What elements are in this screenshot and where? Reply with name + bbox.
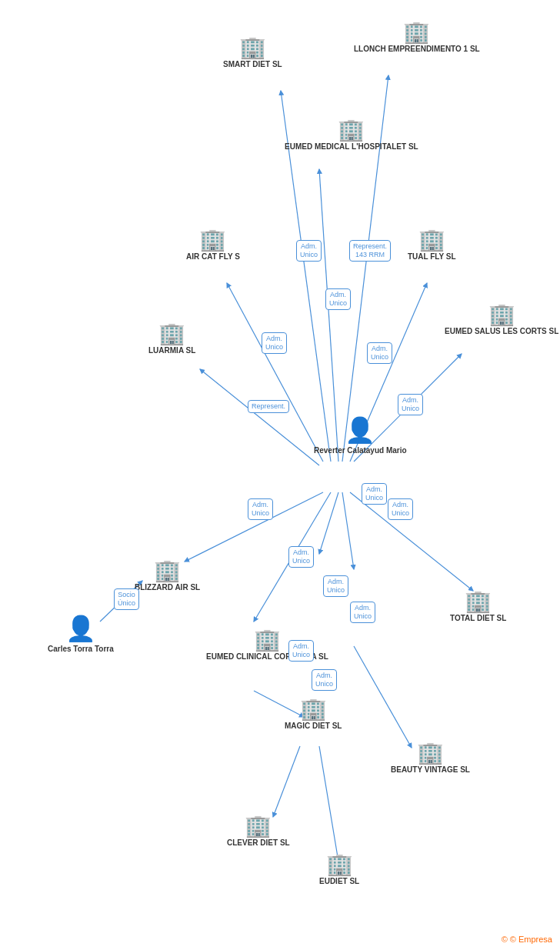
clever-diet-label: CLEVER DIET SL [227, 838, 290, 848]
node-beauty-vintage: 🏢 BEAUTY VINTAGE SL [391, 742, 470, 775]
badge-adm-unico-5: Adm.Unico [398, 394, 423, 415]
carles-label: Carles Torra Torra [48, 645, 114, 654]
badge-represent-143: Represent.143 RRM [349, 240, 391, 262]
building-icon-llonch: 🏢 [403, 22, 430, 43]
node-air-cat: 🏢 AIR CAT FLY S [186, 229, 240, 262]
person-icon-carles: 👤 [65, 614, 96, 643]
badge-adm-unico-9: Adm.Unico [388, 498, 413, 520]
total-diet-label: TOTAL DIET SL [450, 614, 506, 623]
person-icon-reverter: 👤 [345, 415, 375, 445]
badge-adm-unico-12: Adm.Unico [288, 640, 314, 662]
badge-adm-unico-1: Adm.Unico [296, 240, 322, 262]
node-carles: 👤 Carles Torra Torra [48, 614, 114, 654]
eudiet-label: EUDIET SL [319, 877, 359, 886]
building-icon-tual-fly: 🏢 [418, 229, 445, 251]
node-eudiet: 🏢 EUDIET SL [319, 854, 359, 886]
svg-line-10 [319, 492, 338, 554]
node-tual-fly: 🏢 TUAL FLY SL [408, 229, 456, 262]
badge-adm-unico-11: Adm.Unico [350, 602, 375, 623]
node-blizzard[interactable]: 🏢 BLIZZARD AIR SL [135, 560, 200, 592]
building-icon-beauty-vintage: 🏢 [417, 742, 444, 764]
svg-line-11 [342, 492, 354, 569]
node-luarmia: 🏢 LUARMIA SL [148, 323, 195, 355]
building-icon-blizzard: 🏢 [154, 560, 181, 582]
badge-adm-unico-13: Adm.Unico [312, 669, 337, 691]
svg-line-13 [273, 746, 300, 817]
node-smart-diet: 🏢 SMART DIET SL [223, 37, 282, 69]
svg-line-15 [354, 646, 412, 748]
svg-line-5 [200, 369, 319, 465]
badge-adm-unico-4: Adm.Unico [367, 342, 392, 364]
watermark-symbol: © [502, 935, 508, 944]
node-total-diet: 🏢 TOTAL DIET SL [450, 591, 506, 623]
building-icon-eudiet: 🏢 [326, 854, 353, 875]
blizzard-label: BLIZZARD AIR SL [135, 583, 200, 592]
badge-adm-unico-6: Adm.Unico [248, 498, 273, 520]
badge-socio-unico: SocioÚnico [114, 588, 139, 610]
smart-diet-label: SMART DIET SL [223, 60, 282, 69]
building-icon-total-diet: 🏢 [465, 591, 492, 612]
building-icon-luarmia: 🏢 [158, 323, 185, 345]
tual-fly-label: TUAL FLY SL [408, 252, 456, 262]
watermark: © © Empresa [502, 935, 552, 944]
node-llonch: 🏢 LLONCH EMPREENDIMENTO 1 SL [354, 22, 480, 54]
building-icon-air-cat: 🏢 [199, 229, 226, 251]
luarmia-label: LUARMIA SL [148, 346, 195, 355]
building-icon-eumed-salus: 🏢 [488, 304, 515, 325]
eumed-medical-label: EUMED MEDICAL L'HOSPITALET SL [285, 142, 418, 152]
beauty-vintage-label: BEAUTY VINTAGE SL [391, 765, 470, 775]
node-clever-diet: 🏢 CLEVER DIET SL [227, 815, 290, 848]
reverter-label: Reverter Calatayud Mario [314, 446, 407, 455]
badge-adm-unico-3: Adm.Unico [262, 332, 287, 354]
building-icon: 🏢 [239, 37, 266, 58]
magic-diet-label: MAGIC DIET SL [285, 722, 342, 731]
node-reverter: 👤 Reverter Calatayud Mario [314, 415, 407, 455]
node-eumed-medical: 🏢 EUMED MEDICAL L'HOSPITALET SL [285, 119, 418, 152]
building-icon-eumed-medical: 🏢 [338, 119, 365, 141]
svg-line-3 [227, 283, 323, 462]
watermark-text: © Empresa [510, 935, 552, 944]
badge-adm-unico-10: Adm.Unico [323, 575, 348, 597]
llonch-label: LLONCH EMPREENDIMENTO 1 SL [354, 45, 480, 54]
badge-adm-unico-8: Adm.Unico [362, 483, 387, 505]
node-magic-diet: 🏢 MAGIC DIET SL [285, 698, 342, 731]
building-icon-magic-diet: 🏢 [300, 698, 327, 720]
badge-adm-unico-7: Adm.Unico [288, 546, 314, 568]
air-cat-label: AIR CAT FLY S [186, 252, 240, 262]
badge-represent: Represent. [248, 400, 289, 413]
eumed-salus-label: EUMED SALUS LES CORTS SL [445, 327, 558, 336]
svg-line-14 [319, 746, 338, 862]
node-eumed-salus: 🏢 EUMED SALUS LES CORTS SL [445, 304, 558, 336]
building-icon-clever-diet: 🏢 [245, 815, 272, 837]
building-icon-eumed-clinical: 🏢 [254, 629, 281, 651]
badge-adm-unico-2: Adm.Unico [325, 288, 351, 310]
